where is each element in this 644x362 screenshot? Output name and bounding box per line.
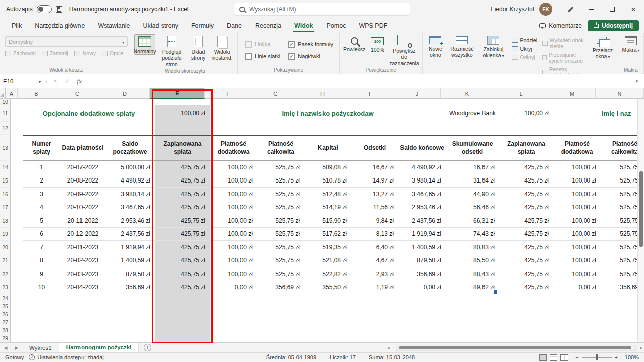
zoom-in-button[interactable] [615, 354, 618, 360]
data-cell[interactable]: 100,00 zł [553, 254, 601, 268]
keep-sheet-view-button[interactable]: Zachowaj [5, 50, 36, 56]
cell[interactable] [105, 99, 155, 105]
page-layout-view-button[interactable] [550, 354, 557, 361]
maximize-button[interactable] [602, 0, 623, 18]
data-cell[interactable]: 5 [23, 214, 60, 228]
ink-icon[interactable] [559, 0, 581, 18]
cell[interactable] [304, 122, 351, 135]
new-window-button[interactable]: Nowe okno [425, 34, 446, 58]
data-cell[interactable]: 100,00 zł [210, 241, 257, 254]
cell[interactable] [60, 334, 105, 342]
cell[interactable] [351, 302, 398, 310]
data-cell[interactable]: 425,75 zł [155, 174, 210, 188]
cell[interactable] [23, 122, 60, 135]
cell[interactable] [398, 318, 446, 326]
data-cell[interactable]: 89,62 zł [446, 281, 499, 295]
row-header-27[interactable]: 27 [0, 318, 11, 326]
data-cell[interactable]: 512,48 zł [304, 188, 351, 201]
data-cell[interactable]: 3 467,65 zł [398, 188, 446, 201]
exit-sheet-view-button[interactable]: Zamknij [42, 50, 68, 56]
cell[interactable] [60, 99, 105, 105]
data-cell[interactable]: 515,90 zł [304, 214, 351, 228]
data-cell[interactable]: 2 [23, 174, 60, 188]
data-cell[interactable]: 509,08 zł [304, 161, 351, 174]
row-header-13[interactable]: 13 [0, 135, 11, 161]
data-cell[interactable]: 3 980,14 zł [398, 174, 446, 188]
row-header-12[interactable]: 12 [0, 122, 11, 135]
cell[interactable] [11, 122, 23, 135]
cell[interactable] [23, 310, 60, 318]
zoom-button[interactable]: Powiększ [342, 34, 367, 52]
tab-widok[interactable]: Widok [288, 18, 319, 33]
cell[interactable] [257, 99, 304, 105]
zoom-slider[interactable] [582, 357, 612, 358]
cell[interactable] [11, 214, 23, 228]
data-cell[interactable]: 525,75 zł [257, 214, 304, 228]
cell[interactable] [11, 188, 23, 201]
cell[interactable] [105, 302, 155, 310]
data-cell[interactable]: 20-09-2022 [60, 188, 105, 201]
cell[interactable] [553, 122, 601, 135]
data-cell[interactable]: 10 [23, 281, 60, 295]
data-cell[interactable]: 521,08 zł [304, 254, 351, 268]
data-cell[interactable]: 879,50 zł [398, 254, 446, 268]
cell[interactable] [60, 310, 105, 318]
cell[interactable] [446, 294, 499, 302]
cell[interactable] [257, 318, 304, 326]
row-header-21[interactable]: 21 [0, 254, 11, 268]
data-cell[interactable]: 11,56 zł [351, 201, 398, 215]
data-cell[interactable]: 4 490,92 zł [105, 174, 155, 188]
data-cell[interactable]: 2,93 zł [351, 267, 398, 281]
cell[interactable] [398, 310, 446, 318]
data-cell[interactable]: 100,00 zł [553, 241, 601, 254]
table-header[interactable]: Płatność dodatkowa [210, 135, 257, 161]
page-layout-button[interactable]: Układ strony [188, 34, 209, 61]
data-cell[interactable]: 3 980,14 zł [105, 188, 155, 201]
tab-formuly[interactable]: Formuły [185, 18, 220, 33]
data-cell[interactable]: 8,13 zł [351, 228, 398, 241]
cell[interactable] [11, 105, 23, 122]
data-cell[interactable]: 4,67 zł [351, 254, 398, 268]
cell[interactable] [257, 310, 304, 318]
cell[interactable] [105, 294, 155, 302]
data-cell[interactable]: 100,00 zł [210, 254, 257, 268]
zoom-to-selection-button[interactable]: Powiększ do zaznaczenia [388, 34, 420, 66]
sheet-nav-right-icon[interactable] [11, 345, 22, 350]
data-cell[interactable]: 88,43 zł [446, 267, 499, 281]
row-header-26[interactable]: 26 [0, 310, 11, 318]
cell[interactable] [11, 241, 23, 254]
cell[interactable] [398, 334, 446, 342]
table-header[interactable]: Saldo początkowe [105, 135, 155, 161]
table-header[interactable]: Data płatności [60, 135, 105, 161]
cell[interactable] [446, 122, 499, 135]
data-cell[interactable]: 2 437,56 zł [398, 214, 446, 228]
cell[interactable] [446, 334, 499, 342]
data-cell[interactable]: 9 [23, 267, 60, 281]
cell[interactable] [446, 310, 499, 318]
column-header-J[interactable]: J [393, 88, 441, 99]
data-cell[interactable]: 4 [23, 201, 60, 215]
cell[interactable] [553, 105, 601, 122]
cell[interactable] [351, 122, 398, 135]
cell[interactable] [398, 302, 446, 310]
cell[interactable] [23, 334, 60, 342]
data-cell[interactable]: 425,75 zł [155, 214, 210, 228]
table-header[interactable]: Skumulowane odsetki [446, 135, 499, 161]
data-cell[interactable]: 3 467,65 zł [105, 201, 155, 215]
cell[interactable] [553, 99, 601, 105]
cell[interactable] [499, 334, 553, 342]
data-cell[interactable]: 6 [23, 228, 60, 241]
search-input[interactable] [249, 6, 390, 13]
cell[interactable] [11, 334, 23, 342]
cell[interactable] [11, 174, 23, 188]
data-cell[interactable]: 510,78 zł [304, 174, 351, 188]
lender-name-value[interactable]: Woodgrove Bank [446, 105, 499, 122]
data-cell[interactable]: 519,35 zł [304, 241, 351, 254]
vertical-scroll-thumb[interactable] [639, 171, 643, 247]
cell[interactable] [499, 310, 553, 318]
cell[interactable] [398, 294, 446, 302]
data-cell[interactable]: 1 919,94 zł [105, 241, 155, 254]
data-cell[interactable]: 425,75 zł [155, 281, 210, 295]
cell[interactable] [105, 326, 155, 334]
cell[interactable] [23, 326, 60, 334]
